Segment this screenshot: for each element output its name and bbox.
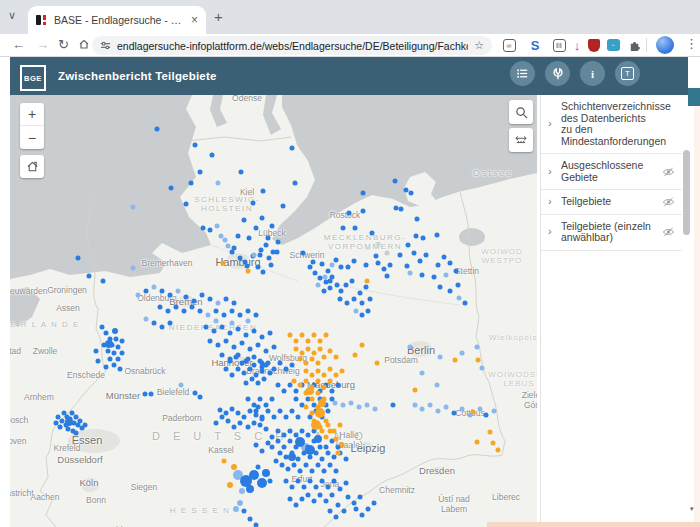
new-tab-button[interactable]: + — [214, 8, 223, 25]
map-dot — [184, 295, 189, 300]
map-dot — [276, 383, 281, 388]
map-dot — [215, 224, 220, 229]
home-extent-button[interactable] — [20, 155, 44, 178]
map-dot — [100, 325, 105, 330]
map-dot — [246, 309, 251, 314]
map-dot — [198, 395, 203, 400]
map-dot — [220, 325, 225, 330]
map-dot — [106, 349, 111, 354]
map-dot — [143, 392, 148, 397]
map-dot — [376, 261, 381, 266]
map-dot — [475, 345, 480, 350]
layer-item[interactable]: ›Schichtenverzeichnisse des Datenbericht… — [541, 95, 682, 154]
tab-search-chevron-icon[interactable]: ∨ — [8, 9, 16, 22]
url-text[interactable]: endlagersuche-infoplattform.de/webs/Endl… — [117, 40, 468, 52]
map-dot — [420, 371, 425, 376]
layer-item[interactable]: ›Teilgebiete (einzeln anwählbar) — [541, 215, 682, 251]
map-dot — [230, 321, 235, 326]
map-canvas[interactable]: OdenseKielSCHLESWIG- HOLSTEINRostockLübe… — [10, 95, 537, 527]
map-dot — [294, 397, 299, 402]
map-dot — [314, 485, 319, 490]
map-dot — [282, 389, 287, 394]
map-dot — [316, 379, 321, 384]
map-dot — [352, 501, 357, 506]
map-dot — [120, 351, 125, 356]
bge-logo[interactable]: BGE — [20, 65, 46, 91]
map-dot — [344, 457, 349, 462]
map-dot — [328, 349, 333, 354]
capture-icon[interactable]: ∞ — [501, 37, 517, 53]
map-dot — [101, 279, 106, 284]
map-dot — [334, 469, 339, 474]
expand-chevron-icon[interactable]: › — [548, 226, 552, 238]
tab-close-icon[interactable]: × — [191, 13, 198, 27]
info-button[interactable]: i — [580, 61, 605, 86]
map-dot — [272, 345, 277, 350]
measure-icon — [514, 134, 528, 146]
map-dot — [272, 415, 277, 420]
map-dot — [326, 269, 331, 274]
map-dot — [228, 359, 233, 364]
site-settings-icon[interactable] — [100, 40, 111, 51]
layer-item[interactable]: ›Ausgeschlossene Gebiete — [541, 154, 682, 190]
map-dot — [248, 347, 253, 352]
extensions-puzzle-icon[interactable] — [626, 37, 642, 53]
visibility-off-icon[interactable] — [662, 195, 675, 208]
map-dot — [358, 495, 363, 500]
map-dot — [136, 293, 141, 298]
map-dot — [336, 503, 341, 508]
map-dot — [282, 445, 287, 450]
bookmark-star-icon[interactable]: ☆ — [474, 39, 484, 52]
map-dot — [330, 275, 335, 280]
map-dot — [212, 329, 217, 334]
map-dot — [344, 481, 349, 486]
tv-icon[interactable]: ᵕ — [605, 37, 621, 53]
expand-chevron-icon[interactable]: › — [548, 196, 552, 208]
map-dot — [300, 333, 305, 338]
tools-button[interactable] — [545, 61, 570, 86]
s-icon[interactable]: S — [527, 37, 543, 53]
map-dot — [288, 429, 293, 434]
map-dot — [281, 204, 286, 209]
forward-button[interactable]: → — [36, 37, 49, 52]
zoom-out-button[interactable]: − — [20, 126, 44, 149]
map-dot — [328, 367, 333, 372]
browser-tab[interactable]: BASE - Endlagersuche - Fachko × — [28, 6, 206, 34]
legend-button[interactable]: T — [615, 61, 640, 86]
map-dot — [385, 274, 390, 279]
map-dot — [271, 250, 276, 255]
measure-button[interactable] — [509, 128, 533, 152]
reload-button[interactable]: ↻ — [58, 37, 69, 52]
visibility-off-icon[interactable] — [662, 226, 675, 239]
map-dot — [256, 343, 261, 348]
shield-icon[interactable] — [586, 37, 602, 53]
browser-menu-icon[interactable]: ⋮ — [685, 36, 698, 51]
scrollbar-thumb[interactable] — [683, 150, 690, 235]
search-button[interactable] — [509, 100, 533, 124]
address-bar[interactable]: endlagersuche-infoplattform.de/webs/Endl… — [92, 36, 492, 55]
layer-list-button[interactable] — [510, 61, 535, 86]
map-dot — [316, 361, 321, 366]
map-dot — [305, 445, 315, 455]
profile-avatar[interactable] — [656, 36, 674, 54]
stats-icon[interactable]: ‖‖ — [551, 37, 567, 53]
map-dot — [290, 146, 295, 151]
map-dot — [247, 236, 252, 241]
map-dot — [391, 403, 396, 408]
map-dot — [336, 383, 341, 388]
scrollbar-track[interactable] — [694, 106, 700, 522]
expand-chevron-icon[interactable]: › — [548, 118, 552, 130]
map-dot — [294, 347, 299, 352]
download-icon[interactable]: ↓ — [569, 37, 585, 53]
back-button[interactable]: ← — [12, 37, 25, 52]
map-dot — [248, 367, 253, 372]
visibility-off-icon[interactable] — [662, 165, 675, 178]
expand-chevron-icon[interactable]: › — [548, 166, 552, 178]
zoom-in-button[interactable]: + — [20, 103, 44, 126]
home-button[interactable] — [78, 38, 90, 53]
map-dot — [334, 515, 339, 520]
layer-item[interactable]: ›Teilgebiete — [541, 190, 682, 215]
map-dot — [468, 413, 473, 418]
map-dot — [370, 231, 375, 236]
map-dot — [310, 397, 315, 402]
